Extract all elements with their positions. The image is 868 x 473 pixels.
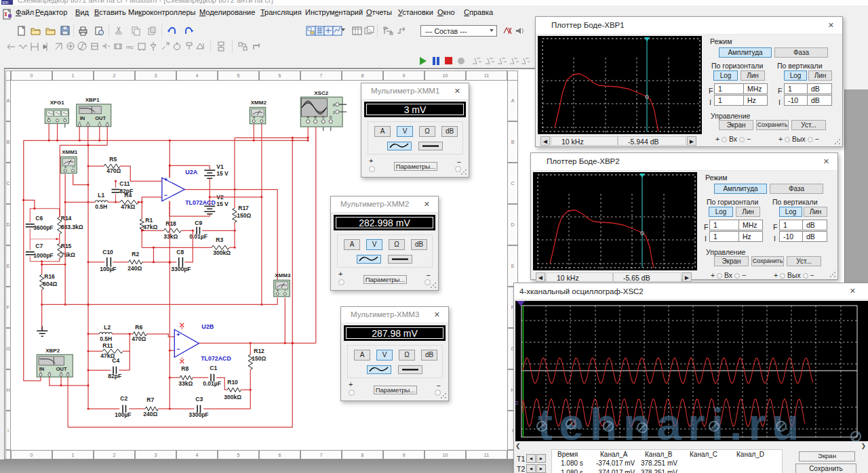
svg-text:47kΩ: 47kΩ (143, 224, 157, 230)
svg-text:0.01µF: 0.01µF (203, 380, 221, 387)
svg-text:15 V: 15 V (216, 201, 229, 207)
svg-text:R2: R2 (132, 251, 139, 258)
svg-text:TL072ACD: TL072ACD (185, 199, 215, 206)
svg-text:XMM3: XMM3 (275, 272, 291, 279)
svg-text:100µF: 100µF (100, 266, 116, 272)
svg-text:75kΩ: 75kΩ (61, 251, 75, 258)
svg-text:150Ω: 150Ω (237, 212, 251, 219)
svg-text:300kΩ: 300kΩ (224, 394, 241, 400)
svg-text:0.5H: 0.5H (95, 203, 107, 210)
svg-text:−: − (176, 346, 180, 352)
svg-text:82pF: 82pF (108, 373, 121, 379)
svg-text:15 V: 15 V (216, 170, 229, 177)
svg-text:TL072ACD: TL072ACD (201, 355, 231, 362)
svg-text:V1: V1 (216, 163, 224, 170)
svg-text:C: C (322, 115, 325, 119)
svg-text:U2B: U2B (201, 323, 214, 330)
svg-text:XBP2: XBP2 (45, 348, 60, 354)
svg-text:33kΩ: 33kΩ (163, 233, 178, 240)
svg-text:XMM1: XMM1 (62, 149, 78, 155)
svg-text:100µF: 100µF (115, 411, 131, 418)
svg-text:R18: R18 (165, 220, 176, 227)
svg-text:R14: R14 (61, 215, 72, 222)
svg-text:B: B (314, 115, 317, 119)
svg-text:470Ω: 470Ω (132, 335, 146, 342)
svg-text:C2: C2 (120, 395, 127, 402)
svg-text:C11: C11 (119, 180, 130, 187)
svg-text:A: A (307, 115, 309, 119)
svg-text:+: + (64, 165, 66, 169)
svg-text:1000pF: 1000pF (33, 252, 53, 259)
svg-text:3300pF: 3300pF (189, 411, 208, 418)
svg-text:R5: R5 (109, 156, 117, 163)
svg-text:R6: R6 (135, 324, 142, 331)
svg-text:+: + (47, 116, 50, 120)
svg-text:+: + (164, 176, 167, 183)
svg-text:2: 2 (515, 400, 519, 406)
svg-text:150Ω: 150Ω (252, 355, 266, 362)
svg-text:33kΩ: 33kΩ (178, 380, 193, 387)
svg-text:3600pF: 3600pF (33, 224, 53, 231)
svg-text:+: + (253, 115, 256, 120)
svg-text:C1: C1 (210, 365, 217, 371)
svg-text:XSC2: XSC2 (314, 90, 328, 96)
svg-text:3300pF: 3300pF (171, 266, 191, 272)
svg-text:R7: R7 (146, 396, 154, 403)
svg-text:C8: C8 (176, 249, 184, 255)
svg-text:IN: IN (80, 115, 85, 121)
svg-text:XBP1: XBP1 (85, 97, 100, 103)
svg-text:240Ω: 240Ω (143, 411, 157, 417)
svg-text:R3: R3 (216, 236, 223, 243)
svg-text:R12: R12 (254, 348, 264, 354)
svg-text:470Ω: 470Ω (106, 167, 121, 174)
svg-text:R1: R1 (145, 217, 153, 224)
svg-text:C6: C6 (35, 215, 43, 222)
svg-text:XFG1: XFG1 (50, 100, 64, 106)
svg-text:−: − (260, 115, 263, 120)
svg-text:C3: C3 (195, 396, 203, 403)
svg-text:−: − (164, 192, 167, 199)
svg-text:OUT: OUT (95, 115, 106, 121)
svg-text:−: − (72, 165, 75, 169)
svg-text:XMM2: XMM2 (251, 100, 267, 106)
svg-text:R11: R11 (102, 342, 113, 349)
svg-text:C7: C7 (35, 243, 43, 249)
svg-text:R17: R17 (238, 205, 249, 211)
svg-text:0.5H: 0.5H (100, 335, 112, 342)
svg-text:R4: R4 (124, 192, 132, 199)
svg-text:L1: L1 (98, 192, 104, 199)
svg-text:IN: IN (39, 366, 45, 372)
svg-text:+: + (276, 288, 279, 293)
svg-text:+: + (176, 331, 180, 338)
svg-text:883.3kΩ: 883.3kΩ (61, 224, 83, 230)
svg-text:R10: R10 (227, 379, 238, 386)
svg-text:D: D (330, 115, 332, 119)
svg-text:tehnari.ru: tehnari.ru (538, 399, 805, 441)
svg-text:OUT: OUT (56, 366, 67, 372)
svg-text:47kΩ: 47kΩ (121, 203, 135, 210)
svg-text:300kΩ: 300kΩ (213, 249, 231, 256)
svg-text:−: − (64, 116, 66, 120)
svg-text:L2: L2 (104, 324, 111, 331)
svg-text:R8: R8 (181, 365, 189, 372)
svg-text:U2A: U2A (185, 169, 198, 176)
svg-text:R15: R15 (61, 243, 72, 249)
svg-text:240Ω: 240Ω (127, 265, 142, 272)
svg-text:C4: C4 (112, 357, 119, 364)
svg-text:C9: C9 (195, 220, 202, 226)
svg-text:0.01µF: 0.01µF (189, 233, 208, 240)
svg-text:C10: C10 (102, 249, 113, 255)
svg-text:604Ω: 604Ω (43, 281, 57, 287)
svg-text:R16: R16 (44, 273, 55, 280)
svg-text:−: − (284, 288, 287, 293)
